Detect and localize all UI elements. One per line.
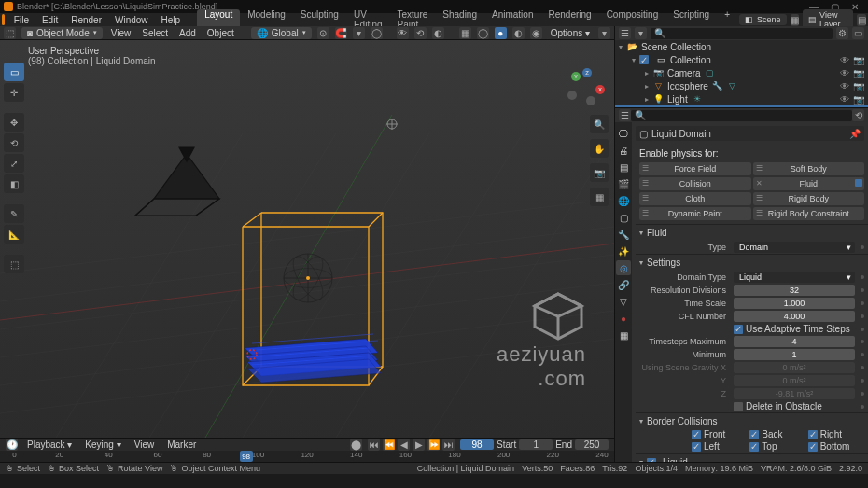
physics-dynamic-paint[interactable]: ☰Dynamic Paint (639, 207, 751, 220)
visibility-icon[interactable]: 👁 (397, 27, 409, 39)
timesteps-max-field[interactable]: 4 (734, 336, 855, 347)
right-checkbox[interactable]: ✓Right (808, 429, 864, 439)
eye-icon[interactable]: 👁 (840, 68, 849, 78)
prop-tab-viewlayer[interactable]: ▤ (616, 160, 631, 174)
timeline-editor-icon[interactable]: 🕐 (6, 439, 18, 451)
menu-edit[interactable]: Edit (36, 15, 63, 25)
cfl-field[interactable]: 4.000 (734, 311, 855, 322)
axis-y-icon[interactable]: Y (571, 72, 581, 81)
panel-fluid[interactable]: ▾Fluid (636, 224, 868, 241)
collection-check-icon[interactable]: ✓ (639, 55, 649, 64)
shading-rendered-icon[interactable]: ◉ (530, 27, 542, 39)
options-dropdown[interactable]: Options ▾ (548, 28, 593, 38)
outliner[interactable]: ▾ 📂 Scene Collection ▾ ✓ ▭ Collection 👁📷… (615, 40, 868, 107)
panel-settings[interactable]: ▾Settings (636, 254, 868, 271)
prop-tab-modifiers[interactable]: 🔧 (616, 227, 631, 242)
snap-icon[interactable]: 🧲 (335, 27, 347, 39)
prop-tab-scene[interactable]: 🎬 (616, 176, 631, 191)
eye-icon[interactable]: 👁 (840, 94, 849, 105)
hand-icon[interactable]: ✋ (590, 139, 609, 158)
disclosure-icon[interactable]: ▸ (645, 82, 649, 91)
disclosure-icon[interactable]: ▾ (632, 56, 636, 64)
menu-window[interactable]: Window (109, 15, 154, 25)
physics-cloth[interactable]: ☰Cloth (639, 192, 751, 205)
outliner-row-icosphere[interactable]: ▸ ▽ Icosphere 🔧 ▽ 👁📷 (615, 79, 868, 92)
timeline-playback[interactable]: Playback ▾ (23, 439, 76, 450)
render-icon[interactable]: 📷 (853, 94, 864, 105)
delete-obstacle-checkbox[interactable]: Delete in Obstacle (734, 401, 855, 411)
render-icon[interactable]: 📷 (853, 81, 864, 91)
editor-type-icon-2[interactable]: ▾ (598, 27, 610, 39)
tool-scale[interactable]: ⤢ (4, 154, 24, 173)
header-object[interactable]: Object (204, 28, 237, 38)
scene-selector[interactable]: ◧Scene (739, 14, 787, 25)
gizmo-toggle-icon[interactable]: ⟲ (414, 27, 427, 39)
shading-material-icon[interactable]: ◐ (512, 27, 525, 39)
outliner-row-light[interactable]: ▸ 💡 Light ☀ 👁📷 (615, 92, 868, 105)
skip-end-icon[interactable]: ⏭ (442, 439, 455, 451)
prev-key-icon[interactable]: ⏪ (383, 439, 395, 451)
prop-tab-particles[interactable]: ✨ (616, 244, 631, 258)
axis-neg2-icon[interactable] (586, 96, 595, 105)
minimum-field[interactable]: 1 (734, 349, 855, 360)
shading-solid-icon[interactable]: ● (495, 27, 507, 39)
prop-tab-output[interactable]: 🖨 (616, 143, 631, 158)
timescale-field[interactable]: 1.000 (734, 298, 855, 309)
end-frame-field[interactable]: 250 (575, 439, 609, 450)
properties-search[interactable]: 🔍 (631, 110, 852, 121)
outliner-display-icon[interactable]: ▾ (635, 27, 647, 39)
skip-start-icon[interactable]: ⏮ (368, 439, 380, 451)
orientation-dropdown[interactable]: 🌐Global▾ (251, 27, 312, 39)
menu-file[interactable]: File (8, 15, 35, 25)
scene-browse-icon[interactable]: ▦ (791, 14, 800, 26)
adaptive-checkbox[interactable]: ✓Use Adaptive Time Steps (734, 324, 855, 334)
header-select[interactable]: Select (139, 28, 171, 38)
new-collection-icon[interactable]: ▭ (852, 27, 864, 39)
type-dropdown[interactable]: Domain▾ (734, 242, 855, 253)
viewport-3d[interactable]: User Perspective (98) Collection | Liqui… (0, 40, 614, 438)
menu-help[interactable]: Help (156, 15, 187, 25)
timeline-keying[interactable]: Keying ▾ (81, 439, 124, 450)
snap-target-icon[interactable]: ▾ (353, 27, 365, 39)
editor-type-icon[interactable]: ⬚ (4, 27, 16, 39)
header-add[interactable]: Add (176, 28, 199, 38)
new-viewlayer-icon[interactable]: ▤ (857, 14, 866, 26)
zoom-icon[interactable]: 🔍 (590, 115, 609, 133)
timeline-marker[interactable]: Marker (163, 439, 200, 450)
camera-view-icon[interactable]: 📷 (590, 163, 609, 182)
prop-tab-material[interactable]: ● (616, 311, 631, 326)
tool-cursor[interactable]: ✛ (4, 83, 24, 102)
properties-body[interactable]: ▢ Liquid Domain 📌 Enable physics for: ☰F… (632, 122, 868, 462)
prop-tab-texture[interactable]: ▦ (616, 328, 631, 342)
tool-measure[interactable]: 📐 (4, 225, 24, 244)
xray-icon[interactable]: ▦ (459, 27, 471, 39)
start-frame-field[interactable]: 1 (519, 439, 553, 450)
top-checkbox[interactable]: ✓Top (749, 441, 805, 452)
domain-type-dropdown[interactable]: Liquid▾ (734, 272, 855, 283)
axis-x-icon[interactable]: X (595, 85, 605, 94)
tool-move[interactable]: ✥ (4, 113, 24, 132)
timeline-ruler[interactable]: 0 20 40 60 80 100 120 140 160 180 200 22… (0, 451, 614, 462)
render-icon[interactable]: 📷 (853, 68, 864, 78)
perspective-toggle-icon[interactable]: ▦ (590, 188, 609, 206)
playhead[interactable]: 98 (240, 451, 253, 462)
front-checkbox[interactable]: ✓Front (692, 429, 748, 439)
tool-rotate[interactable]: ⟲ (4, 133, 24, 152)
mode-dropdown[interactable]: ◙Object Mode▾ (21, 27, 103, 39)
prop-tab-constraints[interactable]: 🔗 (616, 277, 631, 292)
outliner-editor-icon[interactable]: ☰ (619, 27, 631, 39)
axis-neg-icon[interactable] (567, 91, 577, 100)
outliner-row-scene[interactable]: ▾ 📂 Scene Collection (615, 40, 868, 53)
physics-collision[interactable]: ☰Collision (639, 177, 751, 190)
outliner-row-camera[interactable]: ▸ 📷 Camera ▢ 👁📷 (615, 66, 868, 79)
physics-soft-body[interactable]: ☰Soft Body (753, 162, 865, 175)
header-view[interactable]: View (108, 28, 134, 38)
panel-border-collisions[interactable]: ▾Border Collisions (636, 412, 868, 429)
next-key-icon[interactable]: ⏩ (427, 439, 440, 451)
prop-tab-mesh[interactable]: ▽ (616, 294, 631, 309)
back-checkbox[interactable]: ✓Back (749, 429, 805, 439)
tool-add-primitive[interactable]: ⬚ (4, 255, 24, 273)
resolution-field[interactable]: 32 (734, 285, 855, 296)
filter-icon[interactable]: ⚙ (836, 27, 848, 39)
tool-annotate[interactable]: ✎ (4, 204, 24, 223)
